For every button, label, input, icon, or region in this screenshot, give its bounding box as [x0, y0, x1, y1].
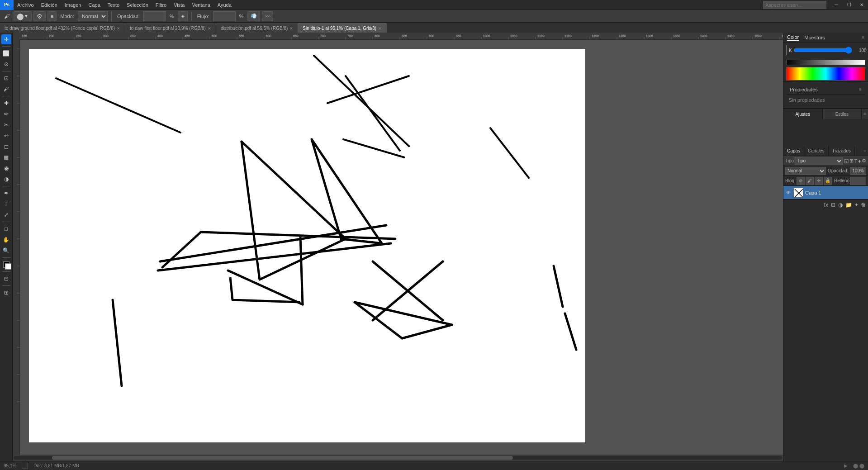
history-tool[interactable]: ↩: [1, 131, 11, 141]
screen-mode[interactable]: ⊞: [1, 288, 11, 298]
brush-mode-toggle[interactable]: ≡: [47, 11, 57, 21]
rect-select-tool[interactable]: ⬜: [1, 48, 11, 58]
swatches-tab[interactable]: Muestras: [804, 35, 825, 40]
trazados-tab[interactable]: Trazados: [829, 146, 855, 156]
menu-texto[interactable]: Texto: [104, 0, 123, 10]
tab-3[interactable]: Sin titulo-1 al 95,1% (Capa 1, Gris/8) ✕: [298, 24, 387, 33]
smoothing-btn[interactable]: 〰: [262, 11, 273, 21]
layers-collapse[interactable]: ≡: [862, 146, 868, 156]
layer-new-btn[interactable]: +: [855, 202, 858, 208]
layer-group-btn[interactable]: 📁: [845, 202, 852, 208]
menu-vista[interactable]: Vista: [170, 0, 188, 10]
clone-tool[interactable]: ✂: [1, 120, 11, 130]
search-input[interactable]: [763, 1, 826, 9]
brush-tool[interactable]: ✏: [1, 109, 11, 119]
mode-select[interactable]: Normal: [78, 11, 108, 21]
flow-input[interactable]: 100: [213, 11, 236, 21]
eraser-tool[interactable]: ◻: [1, 142, 11, 152]
tab-0[interactable]: to draw ground floor.pdf al 432% (Fondo …: [0, 24, 125, 33]
brush-settings-btn[interactable]: ⚙: [33, 11, 46, 21]
lock-position-btn[interactable]: ✛: [815, 177, 823, 185]
layer-name: Capa 1: [805, 190, 821, 195]
status-icon[interactable]: [22, 463, 28, 469]
minimize-button[interactable]: ─: [830, 0, 843, 10]
color-tab[interactable]: Color: [787, 34, 799, 41]
ajustes-tab[interactable]: Ajustes: [783, 109, 823, 119]
mask-mode[interactable]: ⊟: [1, 274, 11, 284]
text-tool[interactable]: T: [1, 199, 11, 209]
svg-text:1200: 1200: [592, 34, 599, 38]
fg-bg-colors[interactable]: [1, 260, 11, 270]
layer-visibility-toggle[interactable]: 👁: [785, 190, 792, 196]
menu-seleccion[interactable]: Selección: [123, 0, 152, 10]
layer-icon-4[interactable]: ♦: [858, 158, 861, 164]
opacity-input[interactable]: 100%: [850, 167, 866, 175]
menu-filtro[interactable]: Filtro: [152, 0, 170, 10]
layer-icon-5[interactable]: ⚙: [862, 158, 866, 164]
color-panel-collapse[interactable]: ≡: [862, 35, 864, 40]
tab-2[interactable]: distribucion.pdf al 56,5% (RGB/8) ✕: [216, 24, 298, 33]
airbrush-btn[interactable]: 💨: [247, 11, 260, 21]
lock-all-btn[interactable]: 🔒: [824, 177, 832, 185]
eyedropper-tool[interactable]: 🖋: [1, 84, 11, 94]
properties-collapse[interactable]: ≡: [859, 87, 862, 92]
layer-mode-select[interactable]: Normal: [785, 167, 826, 175]
blur-tool[interactable]: ◉: [1, 163, 11, 173]
dodge-tool[interactable]: ◑: [1, 174, 11, 184]
adj-collapse[interactable]: ≡: [862, 109, 868, 119]
estilos-tab[interactable]: Estilos: [823, 109, 862, 119]
shape-tool[interactable]: □: [1, 224, 11, 234]
opacity-pressure-btn[interactable]: ◈: [178, 11, 188, 21]
capas-tab[interactable]: Capas: [783, 146, 804, 156]
path-tool[interactable]: ⤢: [1, 210, 11, 220]
layer-delete-btn[interactable]: 🗑: [861, 202, 866, 208]
color-slider-area: K 100: [789, 48, 867, 53]
svg-line-91: [565, 313, 576, 350]
zoom-tool[interactable]: 🔍: [1, 246, 11, 256]
menu-ventana[interactable]: Ventana: [188, 0, 213, 10]
layer-mask-btn[interactable]: ⊟: [831, 202, 835, 208]
tab-close-2[interactable]: ✕: [289, 26, 293, 31]
tab-close-1[interactable]: ✕: [208, 26, 211, 31]
opacity-input[interactable]: 100: [143, 11, 166, 21]
hand-tool[interactable]: ✋: [1, 235, 11, 245]
menu-ayuda[interactable]: Ayuda: [214, 0, 235, 10]
fill-input[interactable]: 100%: [850, 177, 866, 185]
lasso-tool[interactable]: ⊙: [1, 59, 11, 69]
restore-button[interactable]: ❐: [843, 0, 855, 10]
menu-edicion[interactable]: Edición: [38, 0, 61, 10]
canales-tab[interactable]: Canales: [804, 146, 829, 156]
tab-1[interactable]: to daw first floor.pdf al 23,9% (RGB/8) …: [125, 24, 216, 33]
layer-fx-btn[interactable]: fx: [824, 202, 828, 208]
crop-tool[interactable]: ⊡: [1, 73, 11, 83]
layer-icon-3[interactable]: T: [854, 158, 858, 164]
menu-archivo[interactable]: Archivo: [14, 0, 38, 10]
layer-adjustment-btn[interactable]: ◑: [838, 202, 843, 208]
tab-close-0[interactable]: ✕: [117, 26, 120, 31]
tipo-select[interactable]: Tipo: [795, 157, 843, 165]
color-spectrum[interactable]: [786, 67, 865, 81]
tab-close-3[interactable]: ✕: [378, 26, 382, 31]
menu-imagen[interactable]: Imagen: [61, 0, 85, 10]
gradient-tool[interactable]: ▦: [1, 152, 11, 162]
canvas-area[interactable]: [20, 40, 783, 455]
brush-preset-btn[interactable]: ⬤ ▼: [14, 11, 32, 21]
heal-tool[interactable]: ✚: [1, 98, 11, 108]
layer-icon-2[interactable]: ⊞: [849, 158, 854, 164]
lock-transparent-btn[interactable]: ⊘: [797, 177, 805, 185]
menu-capa[interactable]: Capa: [85, 0, 104, 10]
scrollbar-horizontal[interactable]: [13, 455, 783, 461]
k-slider[interactable]: [794, 48, 852, 52]
brush-tool-icon[interactable]: 🖌: [2, 11, 12, 21]
svg-text:1250: 1250: [619, 34, 626, 38]
lock-image-btn[interactable]: 🖌: [806, 177, 814, 185]
color-swatch[interactable]: [786, 45, 787, 55]
doc-info: Doc: 3,81 MB/1,87 MB: [33, 463, 79, 468]
layer-item-1[interactable]: 👁 Capa 1: [783, 186, 868, 199]
svg-line-75: [343, 139, 404, 157]
svg-text:1150: 1150: [564, 34, 572, 38]
layer-icon-1[interactable]: ◱: [844, 158, 849, 164]
move-tool[interactable]: ✛: [1, 34, 11, 44]
close-button[interactable]: ✕: [855, 0, 868, 10]
pen-tool[interactable]: ✒: [1, 188, 11, 198]
